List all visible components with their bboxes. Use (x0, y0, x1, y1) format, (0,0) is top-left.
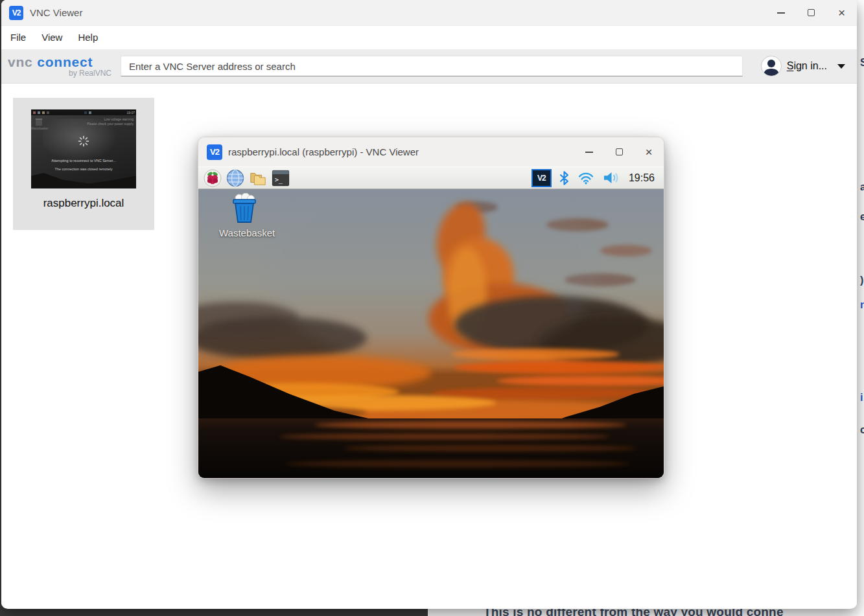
web-browser-icon[interactable] (226, 169, 244, 187)
file-manager-icon[interactable] (249, 169, 267, 187)
page-edge-text-fragment: e (860, 211, 864, 223)
sign-in-label: Sign in... (787, 60, 827, 72)
window-controls: × (765, 0, 857, 25)
thumbnail-vnc-icon (84, 111, 87, 114)
logo-vnc-text: vnc (8, 54, 33, 69)
device-thumbnail: 19:07 Low voltage warning Please check y… (31, 109, 136, 188)
close-icon: × (645, 146, 652, 158)
app-title: VNC Viewer (30, 7, 82, 18)
minimize-button[interactable] (765, 0, 796, 25)
thumbnail-browser-icon (38, 111, 40, 114)
logo-byline: by RealVNC (8, 69, 113, 78)
page-edge-text-fragment: S (860, 57, 864, 69)
wastebasket-label: Wastebasket (219, 227, 270, 238)
page-edge-text-fragment: n (860, 299, 864, 311)
page-edge-text-fragment: c (860, 424, 864, 436)
device-card-raspberrypi[interactable]: 19:07 Low voltage warning Please check y… (13, 98, 154, 230)
logo-connect-text: connect (37, 54, 93, 69)
wastebasket-desktop-icon[interactable]: Wastebasket (219, 193, 270, 238)
vnc-connect-logo: vnc connect by RealVNC (8, 55, 113, 78)
maximize-icon (616, 148, 623, 155)
remote-minimize-button[interactable] (574, 137, 604, 166)
thumbnail-status-line2: The connection was closed remotely (31, 167, 136, 171)
remote-maximize-button[interactable] (604, 137, 634, 166)
device-name-label: raspberrypi.local (13, 197, 154, 210)
menu-view[interactable]: View (34, 29, 70, 47)
volume-icon[interactable] (603, 171, 620, 185)
menu-file[interactable]: File (10, 29, 34, 47)
taskbar-clock: 19:56 (629, 172, 655, 184)
minimize-icon (777, 12, 785, 14)
content-area: 19:07 Low voltage warning Please check y… (1, 84, 857, 608)
chevron-down-icon[interactable] (837, 64, 845, 69)
maximize-button[interactable] (796, 0, 826, 25)
menubar: File View Help (1, 26, 857, 49)
menu-help[interactable]: Help (70, 29, 106, 47)
thumbnail-taskbar: 19:07 (31, 109, 136, 115)
bluetooth-icon[interactable] (559, 171, 569, 185)
toolbar: vnc connect by RealVNC Sign in... (1, 49, 857, 84)
vnc-app-icon: V2 (9, 6, 23, 20)
pi-taskbar: >_ V2 (198, 166, 664, 189)
pi-desktop: Wastebasket (198, 189, 664, 478)
vnc-viewer-window: V2 VNC Viewer × File View Help vnc conne… (1, 0, 857, 609)
remote-window-controls: × (574, 137, 664, 166)
raspberry-menu-icon[interactable] (204, 169, 222, 187)
minimize-icon (585, 152, 593, 153)
thumbnail-folder-icon (42, 111, 45, 114)
terminal-icon[interactable]: >_ (272, 169, 290, 187)
page-edge-text-fragment: a (860, 181, 864, 193)
thumbnail-warning-text: Low voltage warning Please check your po… (87, 117, 134, 126)
remote-close-button[interactable]: × (634, 137, 664, 166)
thumbnail-spinner-icon (78, 135, 89, 150)
thumbnail-status-line1: Attempting to reconnect to VNC Server... (31, 159, 136, 163)
page-edge-text-fragment: ) (860, 275, 863, 286)
maximize-icon (808, 9, 815, 16)
wifi-icon[interactable] (578, 171, 594, 185)
thumbnail-clock: 19:07 (126, 111, 135, 115)
close-button[interactable]: × (826, 0, 857, 25)
vnc-address-search-input[interactable] (121, 56, 743, 76)
thumbnail-tray-icon (89, 111, 91, 114)
remote-titlebar: V2 raspberrypi.local (raspberrypi) - VNC… (198, 137, 664, 166)
vnc-server-tray-icon[interactable]: V2 (531, 169, 552, 187)
sign-in-control[interactable]: Sign in... (761, 56, 845, 76)
remote-session-window: V2 raspberrypi.local (raspberrypi) - VNC… (198, 137, 664, 479)
thumbnail-wastebasket-label: Wastebasket (31, 127, 48, 130)
app-titlebar: V2 VNC Viewer × (1, 0, 857, 26)
close-icon: × (838, 6, 845, 19)
vnc-app-icon: V2 (207, 144, 222, 160)
remote-window-title: raspberrypi.local (raspberrypi) - VNC Vi… (228, 146, 419, 157)
thumbnail-landscape (31, 169, 136, 188)
avatar-icon (761, 56, 782, 76)
wastebasket-icon (229, 193, 259, 224)
thumbnail-raspberry-icon (33, 111, 36, 114)
terminal-prompt-glyph: >_ (275, 175, 283, 183)
thumbnail-wastebasket-icon (36, 119, 42, 126)
page-edge-text-fragment: i (860, 392, 863, 404)
thumbnail-terminal-icon (47, 111, 49, 114)
